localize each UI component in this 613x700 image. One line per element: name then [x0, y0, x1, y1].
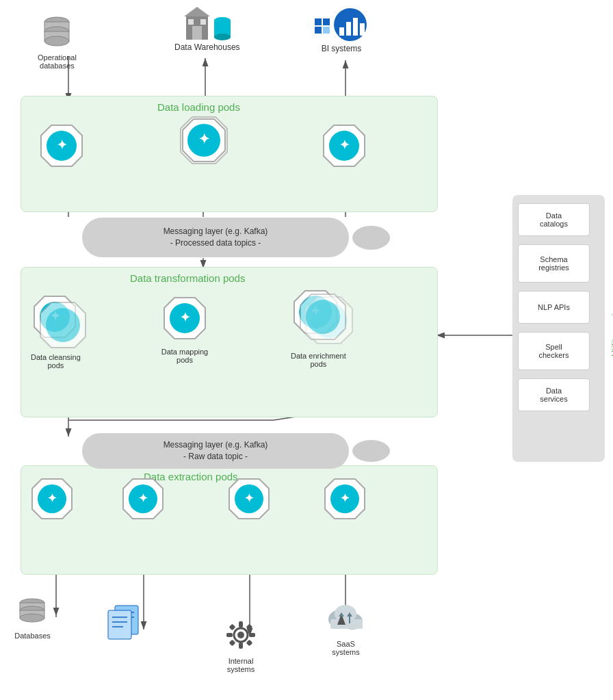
svg-rect-106	[246, 640, 253, 647]
data-enrichment-label: Data enrichmentpods	[291, 352, 346, 368]
svg-text:✦: ✦	[198, 131, 210, 146]
svg-rect-43	[346, 22, 351, 36]
extraction-pod-4: ✦	[322, 476, 368, 525]
utility-services-label-container: Utility services	[610, 195, 613, 462]
cleansing-pod-icon-back	[36, 298, 90, 352]
loading-pod-icon-2b: ✦	[179, 116, 229, 165]
operational-db-label: Operationaldatabases	[38, 53, 77, 70]
svg-rect-103	[229, 624, 236, 631]
bi-chart-icon	[332, 7, 368, 42]
svg-point-58	[46, 308, 80, 342]
loading-pod-icon-1: ✦	[38, 122, 86, 170]
loading-pod-3: ✦	[320, 122, 368, 172]
saas-systems-source: SaaSsystems	[324, 599, 368, 656]
svg-point-36	[214, 34, 231, 40]
svg-rect-39	[315, 27, 322, 34]
svg-point-98	[237, 632, 244, 638]
messaging-layer-raw: Messaging layer (e.g. Kafka)- Raw data t…	[82, 433, 349, 469]
svg-rect-45	[360, 23, 365, 36]
mapping-pod-icon: ✦	[161, 294, 209, 342]
svg-point-28	[44, 36, 69, 46]
svg-rect-104	[246, 624, 253, 631]
internal-systems-label: Internalsystems	[221, 657, 261, 673]
loading-pod-2: ✦	[177, 113, 231, 170]
loading-pod-icon-3: ✦	[320, 122, 368, 170]
svg-rect-102	[249, 633, 255, 637]
messaging-raw-small-oval	[352, 440, 390, 462]
loading-pod-1: ✦	[38, 122, 86, 172]
svg-text:✦: ✦	[244, 492, 254, 505]
internal-systems-icon	[221, 616, 261, 653]
data-transformation-pods-label: Data transformation pods	[130, 272, 245, 284]
utility-schema-registries: Schemaregistries	[518, 244, 590, 283]
svg-text:✦: ✦	[180, 311, 190, 324]
databases-source: Databases	[14, 595, 51, 640]
internal-systems-source: Internalsystems	[221, 616, 261, 673]
bi-systems: BI systems	[315, 7, 368, 53]
extraction-pod-icon-1: ✦	[29, 476, 75, 522]
utility-services-panel: Datacatalogs Schemaregistries NLP APIs S…	[512, 195, 605, 462]
svg-marker-30	[184, 7, 210, 16]
data-cleansing-label: Data cleansingpods	[31, 353, 81, 370]
svg-point-68	[306, 300, 340, 334]
svg-point-88	[20, 614, 44, 622]
utility-services-label: Utility services	[610, 300, 613, 357]
extraction-pod-icon-2: ✦	[120, 476, 166, 522]
extraction-pod-icon-4: ✦	[322, 476, 368, 522]
data-mapping-pods: ✦ Data mappingpods	[161, 294, 209, 364]
messaging-processed-small-oval	[352, 226, 390, 250]
bi-grid-icon	[315, 18, 331, 42]
svg-rect-100	[239, 643, 243, 649]
svg-rect-37	[315, 18, 322, 25]
diagram-container: Data loading pods Data transformation po…	[0, 0, 613, 700]
svg-rect-93	[108, 610, 131, 639]
messaging-layer-processed: Messaging layer (e.g. Kafka)- Processed …	[82, 218, 349, 257]
extraction-pod-3: ✦	[226, 476, 272, 525]
utility-nlp-apis: NLP APIs	[518, 291, 590, 324]
data-warehouses-label: Data Warehouses	[174, 42, 240, 52]
extraction-pod-1: ✦	[29, 476, 75, 525]
utility-data-catalogs: Datacatalogs	[518, 203, 590, 236]
svg-text:✦: ✦	[340, 492, 350, 505]
svg-rect-44	[353, 18, 358, 36]
svg-rect-101	[226, 633, 233, 637]
extraction-pod-2: ✦	[120, 476, 166, 525]
svg-text:✦: ✦	[138, 492, 148, 505]
data-loading-pods-label: Data loading pods	[157, 101, 240, 113]
svg-text:✦: ✦	[339, 138, 350, 152]
svg-rect-42	[339, 27, 344, 36]
operational-db-icon	[38, 12, 76, 50]
data-enrichment-pods: ✦ Data enrichmentpods	[291, 287, 346, 368]
databases-label: Databases	[14, 632, 51, 640]
svg-rect-99	[239, 621, 243, 627]
svg-rect-31	[192, 26, 202, 40]
svg-rect-33	[200, 19, 206, 25]
utility-data-services: Dataservices	[518, 378, 590, 411]
databases-icon	[14, 595, 51, 630]
data-warehouses: Data Warehouses	[174, 5, 240, 52]
bi-systems-label: BI systems	[315, 44, 368, 53]
saas-systems-label: SaaSsystems	[324, 640, 368, 656]
enrichment-pod-icon-back1	[296, 290, 350, 343]
data-mapping-label: Data mappingpods	[161, 348, 209, 364]
utility-spell-checkers: Spellcheckers	[518, 332, 590, 370]
svg-rect-110	[330, 619, 363, 629]
svg-rect-40	[323, 27, 330, 34]
svg-rect-32	[188, 19, 194, 25]
warehouse-cylinder-icon	[213, 15, 232, 41]
files-source	[103, 602, 144, 645]
svg-rect-38	[323, 18, 330, 25]
svg-rect-105	[229, 640, 236, 647]
extraction-pod-icon-3: ✦	[226, 476, 272, 522]
warehouse-building-icon	[183, 5, 211, 41]
svg-text:✦: ✦	[47, 492, 57, 505]
data-cleansing-pods: ✦ Data cleansingpods	[31, 293, 81, 370]
operational-databases: Operationaldatabases	[38, 12, 77, 70]
svg-text:✦: ✦	[57, 138, 67, 152]
saas-cloud-icon	[324, 599, 368, 636]
files-icon	[103, 602, 144, 643]
